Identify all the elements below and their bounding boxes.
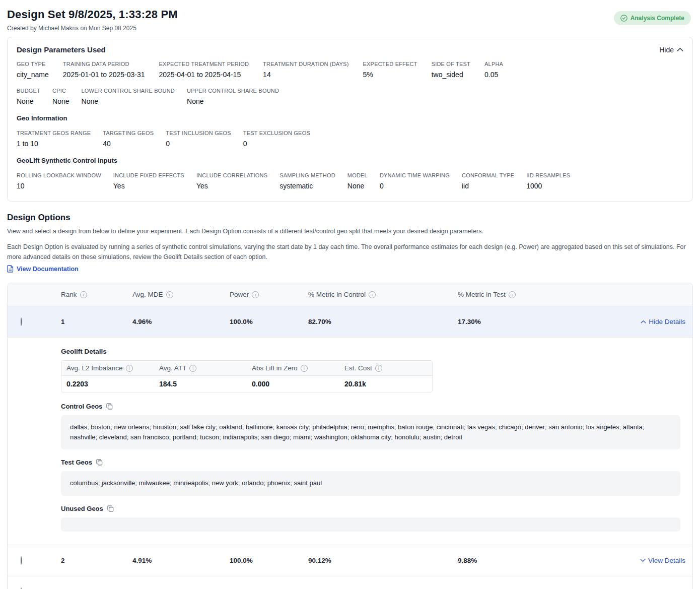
rank-cell: 1 <box>53 318 124 325</box>
param-field: GEO TYPEcity_name <box>17 61 49 79</box>
page-subtitle: Created by Michael Makris on Mon Sep 08 … <box>7 25 693 32</box>
col-avg-l2-imbalance: Avg. L2 Imbalancei <box>61 361 154 375</box>
copy-icon[interactable] <box>107 505 114 512</box>
param-field: TREATMENT GEOS RANGE1 to 10 <box>17 130 91 148</box>
mde-cell: 4.91% <box>124 557 222 564</box>
geo-info-row: TREATMENT GEOS RANGE1 to 10 TARGETING GE… <box>17 130 683 148</box>
param-field: BUDGETNone <box>17 88 40 105</box>
hide-details-button[interactable]: Hide Details <box>607 318 692 325</box>
hide-panel-label: Hide <box>659 46 674 54</box>
param-field: TREATMENT DURATION (DAYS)14 <box>263 61 348 79</box>
param-field: SAMPLING METHODsystematic <box>279 172 335 190</box>
geolift-inputs-row: ROLLING LOOKBACK WINDOW10 INCLUDE FIXED … <box>17 172 683 190</box>
status-badge-label: Analysis Complete <box>631 15 684 22</box>
page-header: Design Set 9/8/2025, 1:33:28 PM Created … <box>7 7 693 37</box>
status-badge: Analysis Complete <box>614 11 691 25</box>
param-field: EXPECTED TREATMENT PERIOD2025-04-01 to 2… <box>159 61 249 79</box>
unused-geos-list <box>61 517 680 532</box>
chevron-up-icon <box>677 47 683 52</box>
info-icon[interactable]: i <box>369 291 376 298</box>
param-row-2: BUDGETNone CPICNone LOWER CONTROL SHARE … <box>17 88 683 105</box>
param-field: UPPER CONTROL SHARE BOUNDNone <box>187 88 279 105</box>
est-cost-value: 20.81k <box>339 376 432 392</box>
control-geos-list: dallas; boston; new orleans; houston; sa… <box>61 415 680 449</box>
info-icon[interactable]: i <box>166 291 173 298</box>
geo-information-heading: Geo Information <box>17 114 683 122</box>
design-options-title: Design Options <box>7 213 693 223</box>
info-icon[interactable]: i <box>189 365 196 372</box>
chevron-down-icon <box>640 558 646 562</box>
select-design-radio[interactable] <box>21 556 22 565</box>
info-icon[interactable]: i <box>301 365 308 372</box>
param-field: INCLUDE FIXED EFFECTSYes <box>113 172 184 190</box>
page-title: Design Set 9/8/2025, 1:33:28 PM <box>7 8 693 21</box>
col-est-cost: Est. Costi <box>339 361 432 375</box>
view-documentation-label: View Documentation <box>17 266 79 273</box>
test-cell: 17.30% <box>450 318 607 325</box>
geolift-details-values: 0.2203 184.5 0.000 20.81k <box>61 376 432 392</box>
info-icon[interactable]: i <box>375 365 382 372</box>
param-field: ROLLING LOOKBACK WINDOW10 <box>17 172 101 190</box>
info-icon[interactable]: i <box>509 291 516 298</box>
copy-icon[interactable] <box>106 403 113 410</box>
copy-icon[interactable] <box>96 459 103 466</box>
table-header-row: Ranki Avg. MDEi Poweri % Metric in Contr… <box>8 283 692 306</box>
param-field: IID RESAMPLES1000 <box>526 172 570 190</box>
col-power: Poweri <box>222 291 300 298</box>
check-circle-icon <box>620 15 627 22</box>
control-cell: 82.70% <box>300 318 450 325</box>
control-geos-label: Control Geos <box>61 403 680 410</box>
abs-lift-in-zero-value: 0.000 <box>247 376 339 392</box>
select-design-radio[interactable] <box>21 587 22 589</box>
param-field: TRAINING DATA PERIOD2025-01-01 to 2025-0… <box>63 61 145 79</box>
design-options-description-1: View and select a design from below to d… <box>7 227 693 236</box>
info-icon[interactable]: i <box>252 291 259 298</box>
design-options-description-2: Each Design Option is evaluated by runni… <box>7 242 693 262</box>
row-details-panel: Geolift Details Avg. L2 Imbalancei Avg. … <box>8 338 692 545</box>
rank-cell: 2 <box>53 557 124 564</box>
param-field: TEST EXCLUSION GEOS0 <box>243 130 310 148</box>
param-field: DYNAMIC TIME WARPING0 <box>380 172 450 190</box>
select-design-radio[interactable] <box>21 317 22 326</box>
param-field: INCLUDE CORRELATIONSYes <box>196 172 267 190</box>
power-cell: 100.0% <box>222 557 300 564</box>
document-icon <box>7 265 14 273</box>
view-documentation-link[interactable]: View Documentation <box>7 265 79 273</box>
info-icon[interactable]: i <box>80 291 87 298</box>
col-metric-in-control: % Metric in Controli <box>300 291 450 298</box>
col-rank: Ranki <box>53 291 124 298</box>
avg-l2-imbalance-value: 0.2203 <box>61 376 154 392</box>
table-row[interactable]: 3 4.89% 100.0% 78.88% 21.12% View Detail… <box>8 576 692 589</box>
col-abs-lift-in-zero: Abs Lift in Zeroi <box>247 361 339 375</box>
param-field: EXPECTED EFFECT5% <box>363 61 417 79</box>
geolift-details-title: Geolift Details <box>61 348 680 355</box>
test-geos-label: Test Geos <box>61 459 680 466</box>
geolift-details-table: Avg. L2 Imbalancei Avg. ATTi Abs Lift in… <box>61 360 433 392</box>
param-field: LOWER CONTROL SHARE BOUNDNone <box>82 88 175 105</box>
info-icon[interactable]: i <box>126 365 133 372</box>
design-options-section: Design Options View and select a design … <box>7 213 693 275</box>
param-field: TARGETING GEOS40 <box>103 130 154 148</box>
param-field: MODELNone <box>347 172 368 190</box>
panel-title: Design Parameters Used <box>17 45 106 54</box>
unused-geos-label: Unused Geos <box>61 505 680 512</box>
power-cell: 100.0% <box>222 318 300 325</box>
view-details-button[interactable]: View Details <box>607 557 692 564</box>
table-row[interactable]: 1 4.96% 100.0% 82.70% 17.30% Hide Detail… <box>8 306 692 338</box>
hide-panel-button[interactable]: Hide <box>659 46 683 54</box>
param-field: CONFORMAL TYPEiid <box>462 172 514 190</box>
col-avg-att: Avg. ATTi <box>154 361 247 375</box>
geolift-details-header: Avg. L2 Imbalancei Avg. ATTi Abs Lift in… <box>61 361 432 376</box>
mde-cell: 4.96% <box>124 318 222 325</box>
param-field: SIDE OF TESTtwo_sided <box>432 61 470 79</box>
design-options-table: Ranki Avg. MDEi Poweri % Metric in Contr… <box>7 283 693 589</box>
param-field: CPICNone <box>52 88 69 105</box>
geolift-inputs-heading: GeoLift Synthetic Control Inputs <box>17 157 683 164</box>
chevron-up-icon <box>641 320 646 324</box>
param-field: ALPHA0.05 <box>484 61 503 79</box>
table-row[interactable]: 2 4.91% 100.0% 90.12% 9.88% View Details <box>8 545 692 576</box>
avg-att-value: 184.5 <box>154 376 247 392</box>
col-avg-mde: Avg. MDEi <box>124 291 222 298</box>
test-geos-list: columbus; jacksonville; milwaukee; minne… <box>61 471 680 495</box>
param-row-1: GEO TYPEcity_name TRAINING DATA PERIOD20… <box>17 61 683 79</box>
